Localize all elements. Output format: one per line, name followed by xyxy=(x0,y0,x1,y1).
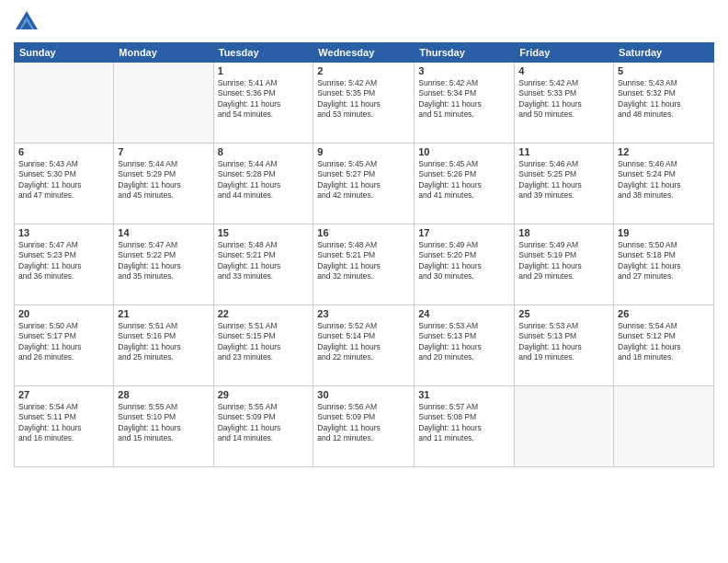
day-info: Sunrise: 5:47 AMSunset: 5:23 PMDaylight:… xyxy=(18,240,109,282)
logo-icon xyxy=(14,9,40,35)
calendar-cell: 2Sunrise: 5:42 AMSunset: 5:35 PMDaylight… xyxy=(313,63,415,144)
day-info: Sunrise: 5:43 AMSunset: 5:32 PMDaylight:… xyxy=(618,78,710,121)
calendar-week-row: 20Sunrise: 5:50 AMSunset: 5:17 PMDayligh… xyxy=(15,305,714,386)
calendar-cell: 25Sunrise: 5:53 AMSunset: 5:13 PMDayligh… xyxy=(515,305,614,386)
day-number: 6 xyxy=(18,146,109,157)
day-info: Sunrise: 5:45 AMSunset: 5:27 PMDaylight:… xyxy=(317,159,410,201)
day-info: Sunrise: 5:47 AMSunset: 5:22 PMDaylight:… xyxy=(118,240,209,282)
calendar-cell: 6Sunrise: 5:43 AMSunset: 5:30 PMDaylight… xyxy=(15,144,114,224)
calendar-cell: 20Sunrise: 5:50 AMSunset: 5:17 PMDayligh… xyxy=(15,305,114,386)
calendar-cell: 8Sunrise: 5:44 AMSunset: 5:28 PMDaylight… xyxy=(213,144,313,224)
calendar-cell xyxy=(114,63,213,144)
day-number: 23 xyxy=(317,308,410,319)
day-number: 4 xyxy=(518,65,609,76)
calendar-cell: 31Sunrise: 5:57 AMSunset: 5:08 PMDayligh… xyxy=(415,386,515,467)
calendar-cell: 19Sunrise: 5:50 AMSunset: 5:18 PMDayligh… xyxy=(614,224,714,305)
weekday-header: Monday xyxy=(114,43,213,63)
calendar-week-row: 1Sunrise: 5:41 AMSunset: 5:36 PMDaylight… xyxy=(15,63,714,144)
day-number: 20 xyxy=(18,308,109,319)
calendar-cell: 9Sunrise: 5:45 AMSunset: 5:27 PMDaylight… xyxy=(313,144,415,224)
calendar-cell xyxy=(15,63,114,144)
day-info: Sunrise: 5:51 AMSunset: 5:15 PMDaylight:… xyxy=(218,321,310,363)
day-number: 15 xyxy=(218,227,310,238)
calendar-cell xyxy=(614,386,714,467)
day-info: Sunrise: 5:45 AMSunset: 5:26 PMDaylight:… xyxy=(418,159,510,201)
day-number: 21 xyxy=(118,308,209,319)
day-info: Sunrise: 5:51 AMSunset: 5:16 PMDaylight:… xyxy=(118,321,209,363)
calendar-cell: 16Sunrise: 5:48 AMSunset: 5:21 PMDayligh… xyxy=(313,224,415,305)
calendar-cell: 11Sunrise: 5:46 AMSunset: 5:25 PMDayligh… xyxy=(515,144,614,224)
calendar-cell: 18Sunrise: 5:49 AMSunset: 5:19 PMDayligh… xyxy=(515,224,614,305)
calendar-cell: 27Sunrise: 5:54 AMSunset: 5:11 PMDayligh… xyxy=(15,386,114,467)
calendar-table: SundayMondayTuesdayWednesdayThursdayFrid… xyxy=(14,42,714,467)
weekday-header: Saturday xyxy=(614,43,714,63)
day-number: 11 xyxy=(518,146,609,157)
day-info: Sunrise: 5:54 AMSunset: 5:12 PMDaylight:… xyxy=(618,321,710,363)
calendar-cell: 24Sunrise: 5:53 AMSunset: 5:13 PMDayligh… xyxy=(415,305,515,386)
day-number: 3 xyxy=(418,65,510,76)
day-info: Sunrise: 5:41 AMSunset: 5:36 PMDaylight:… xyxy=(218,78,310,121)
day-number: 28 xyxy=(118,389,209,400)
day-info: Sunrise: 5:54 AMSunset: 5:11 PMDaylight:… xyxy=(18,402,109,444)
page: SundayMondayTuesdayWednesdayThursdayFrid… xyxy=(0,0,728,563)
day-info: Sunrise: 5:56 AMSunset: 5:09 PMDaylight:… xyxy=(317,402,410,444)
calendar-cell: 1Sunrise: 5:41 AMSunset: 5:36 PMDaylight… xyxy=(213,63,313,144)
logo xyxy=(14,9,43,35)
day-number: 19 xyxy=(618,227,710,238)
day-info: Sunrise: 5:55 AMSunset: 5:10 PMDaylight:… xyxy=(118,402,209,444)
day-info: Sunrise: 5:43 AMSunset: 5:30 PMDaylight:… xyxy=(18,159,109,201)
calendar-cell: 3Sunrise: 5:42 AMSunset: 5:34 PMDaylight… xyxy=(415,63,515,144)
calendar-header-row: SundayMondayTuesdayWednesdayThursdayFrid… xyxy=(15,43,714,63)
calendar-cell: 5Sunrise: 5:43 AMSunset: 5:32 PMDaylight… xyxy=(614,63,714,144)
calendar-cell: 10Sunrise: 5:45 AMSunset: 5:26 PMDayligh… xyxy=(415,144,515,224)
day-number: 2 xyxy=(317,65,410,76)
day-number: 24 xyxy=(418,308,510,319)
calendar-cell: 17Sunrise: 5:49 AMSunset: 5:20 PMDayligh… xyxy=(415,224,515,305)
day-info: Sunrise: 5:50 AMSunset: 5:17 PMDaylight:… xyxy=(18,321,109,363)
day-number: 18 xyxy=(518,227,609,238)
calendar-cell: 12Sunrise: 5:46 AMSunset: 5:24 PMDayligh… xyxy=(614,144,714,224)
day-number: 25 xyxy=(518,308,609,319)
day-info: Sunrise: 5:53 AMSunset: 5:13 PMDaylight:… xyxy=(418,321,510,363)
day-number: 30 xyxy=(317,389,410,400)
calendar-cell: 29Sunrise: 5:55 AMSunset: 5:09 PMDayligh… xyxy=(213,386,313,467)
day-info: Sunrise: 5:42 AMSunset: 5:35 PMDaylight:… xyxy=(317,78,410,121)
day-number: 1 xyxy=(218,65,310,76)
day-info: Sunrise: 5:48 AMSunset: 5:21 PMDaylight:… xyxy=(317,240,410,282)
calendar-cell xyxy=(515,386,614,467)
day-info: Sunrise: 5:55 AMSunset: 5:09 PMDaylight:… xyxy=(218,402,310,444)
day-info: Sunrise: 5:42 AMSunset: 5:33 PMDaylight:… xyxy=(518,78,609,121)
day-number: 8 xyxy=(218,146,310,157)
day-number: 10 xyxy=(418,146,510,157)
weekday-header: Friday xyxy=(515,43,614,63)
day-info: Sunrise: 5:57 AMSunset: 5:08 PMDaylight:… xyxy=(418,402,510,444)
day-number: 13 xyxy=(18,227,109,238)
day-number: 7 xyxy=(118,146,209,157)
day-info: Sunrise: 5:53 AMSunset: 5:13 PMDaylight:… xyxy=(518,321,609,363)
calendar-week-row: 27Sunrise: 5:54 AMSunset: 5:11 PMDayligh… xyxy=(15,386,714,467)
calendar-week-row: 6Sunrise: 5:43 AMSunset: 5:30 PMDaylight… xyxy=(15,144,714,224)
day-number: 22 xyxy=(218,308,310,319)
day-info: Sunrise: 5:44 AMSunset: 5:29 PMDaylight:… xyxy=(118,159,209,201)
calendar-cell: 26Sunrise: 5:54 AMSunset: 5:12 PMDayligh… xyxy=(614,305,714,386)
calendar-cell: 15Sunrise: 5:48 AMSunset: 5:21 PMDayligh… xyxy=(213,224,313,305)
calendar-cell: 13Sunrise: 5:47 AMSunset: 5:23 PMDayligh… xyxy=(15,224,114,305)
day-info: Sunrise: 5:49 AMSunset: 5:20 PMDaylight:… xyxy=(418,240,510,282)
day-number: 14 xyxy=(118,227,209,238)
day-number: 27 xyxy=(18,389,109,400)
day-number: 26 xyxy=(618,308,710,319)
day-number: 31 xyxy=(418,389,510,400)
calendar-week-row: 13Sunrise: 5:47 AMSunset: 5:23 PMDayligh… xyxy=(15,224,714,305)
day-number: 16 xyxy=(317,227,410,238)
day-info: Sunrise: 5:46 AMSunset: 5:25 PMDaylight:… xyxy=(518,159,609,201)
day-number: 9 xyxy=(317,146,410,157)
day-info: Sunrise: 5:46 AMSunset: 5:24 PMDaylight:… xyxy=(618,159,710,201)
weekday-header: Wednesday xyxy=(313,43,415,63)
day-info: Sunrise: 5:49 AMSunset: 5:19 PMDaylight:… xyxy=(518,240,609,282)
day-number: 12 xyxy=(618,146,710,157)
day-info: Sunrise: 5:48 AMSunset: 5:21 PMDaylight:… xyxy=(218,240,310,282)
day-number: 29 xyxy=(218,389,310,400)
weekday-header: Tuesday xyxy=(213,43,313,63)
day-info: Sunrise: 5:44 AMSunset: 5:28 PMDaylight:… xyxy=(218,159,310,201)
day-info: Sunrise: 5:50 AMSunset: 5:18 PMDaylight:… xyxy=(618,240,710,282)
